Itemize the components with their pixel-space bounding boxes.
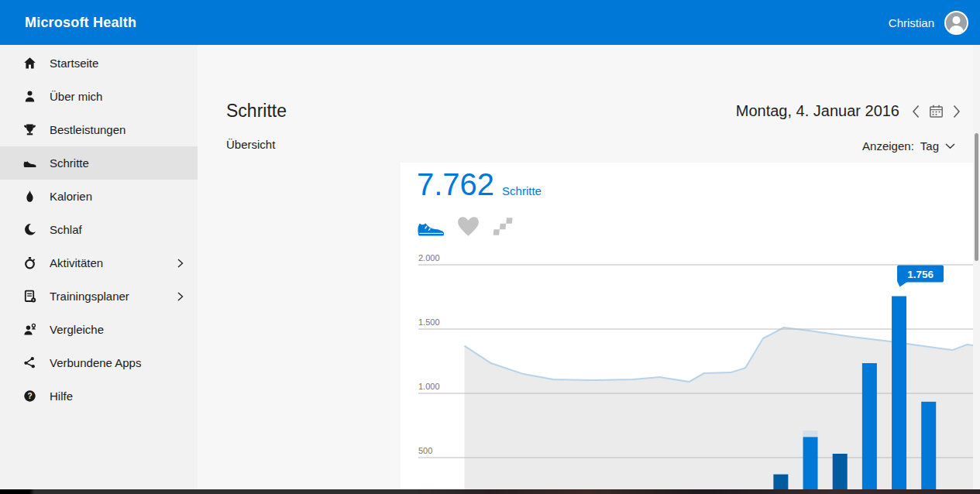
moon-icon [23, 223, 36, 236]
view-dropdown[interactable]: Tag [920, 139, 955, 153]
connected-apps-icon [23, 356, 36, 369]
submenu-chevron-icon [177, 292, 184, 301]
current-date: Montag, 4. Januar 2016 [736, 102, 899, 120]
date-navigation: Montag, 4. Januar 2016 [736, 102, 961, 120]
steps-card: 7.762 Schritte [401, 163, 980, 494]
compare-icon [23, 323, 36, 336]
sidebar-item-label: Startseite [50, 57, 184, 70]
shoe-icon[interactable] [417, 217, 445, 237]
svg-text:1.756: 1.756 [907, 269, 934, 280]
sidebar-item-label: Über mich [50, 90, 184, 103]
sidebar-item-label: Kalorien [50, 190, 184, 203]
sidebar-item-label: Vergleiche [50, 323, 184, 336]
steps-total: 7.762 [417, 167, 494, 202]
page-title: Schritte [226, 101, 287, 122]
stairs-icon[interactable] [492, 215, 514, 237]
y-axis-label: 1.000 [418, 382, 440, 391]
steps-summary: 7.762 Schritte [417, 167, 542, 202]
vertical-scrollbar [973, 45, 980, 489]
hour-bar[interactable] [803, 437, 818, 494]
shoe-icon [23, 156, 36, 170]
view-selector: Anzeigen: Tag [862, 139, 955, 153]
sidebar-item-label: Hilfe [50, 389, 184, 403]
sidebar-item-startseite[interactable]: Startseite [0, 46, 198, 80]
hour-bar-cap [803, 431, 818, 437]
planner-icon [23, 290, 36, 303]
calendar-icon[interactable] [929, 105, 944, 118]
person-icon [23, 90, 36, 103]
heart-icon[interactable] [456, 215, 480, 237]
app-title: Microsoft Health [25, 15, 136, 31]
sidebar-item-label: Aktivitäten [50, 256, 177, 269]
hour-bar[interactable] [862, 363, 877, 494]
hour-bar[interactable] [833, 454, 848, 494]
submenu-chevron-icon [177, 259, 184, 268]
chevron-down-icon [945, 143, 955, 149]
sidebar-item-bestleistungen[interactable]: Bestleistungen [0, 113, 198, 146]
help-icon: ? [23, 389, 36, 403]
metric-toggles [417, 215, 514, 237]
sidebar: Startseite Über mich Bestleistungen [0, 45, 198, 489]
tab-uebersicht[interactable]: Übersicht [226, 138, 275, 151]
taskbar-sliver [0, 489, 980, 494]
sidebar-item-label: Bestleistungen [50, 123, 184, 136]
sidebar-item-vergleiche[interactable]: Vergleiche [0, 313, 198, 346]
previous-day-chevron-icon[interactable] [912, 105, 920, 118]
hour-bar[interactable] [892, 297, 906, 494]
steps-unit-label: Schritte [502, 184, 542, 197]
sidebar-item-label: Verbundene Apps [50, 356, 184, 369]
sidebar-item-label: Schlaf [50, 223, 184, 236]
sidebar-item-schlaf[interactable]: Schlaf [0, 213, 198, 246]
y-axis-label: 500 [418, 446, 432, 455]
y-axis-label: 1.500 [418, 317, 440, 327]
sidebar-item-verbundene-apps[interactable]: Verbundene Apps [0, 346, 198, 379]
stopwatch-icon [23, 256, 36, 269]
sidebar-item-ueber-mich[interactable]: Über mich [0, 80, 198, 113]
sidebar-item-trainingsplaner[interactable]: Trainingsplaner [0, 280, 198, 313]
next-day-chevron-icon[interactable] [953, 105, 961, 118]
app-window: Microsoft Health Christian Startseite [0, 0, 980, 494]
steps-chart: 05001.0001.5002.00000030609121518211.756 [401, 245, 980, 494]
hour-bar[interactable] [921, 402, 936, 494]
main-area: Schritte Übersicht Montag, 4. Januar 201… [198, 45, 980, 489]
view-label: Anzeigen: [862, 139, 914, 153]
user-avatar-icon[interactable] [944, 11, 968, 35]
y-axis-label: 2.000 [418, 253, 440, 262]
sidebar-item-aktivitaeten[interactable]: Aktivitäten [0, 246, 198, 280]
trophy-icon [23, 123, 36, 136]
scrollbar-thumb[interactable] [975, 133, 978, 261]
user-name[interactable]: Christian [889, 16, 934, 29]
sidebar-item-kalorien[interactable]: Kalorien [0, 180, 198, 213]
view-value: Tag [920, 139, 939, 153]
svg-text:?: ? [27, 392, 32, 400]
top-bar: Microsoft Health Christian [0, 0, 980, 45]
home-icon [23, 57, 36, 70]
flame-icon [23, 190, 36, 203]
sidebar-item-label: Trainingsplaner [50, 290, 177, 303]
sidebar-item-schritte[interactable]: Schritte [0, 146, 198, 180]
sidebar-item-label: Schritte [50, 156, 184, 170]
sidebar-item-hilfe[interactable]: ? Hilfe [0, 379, 198, 413]
